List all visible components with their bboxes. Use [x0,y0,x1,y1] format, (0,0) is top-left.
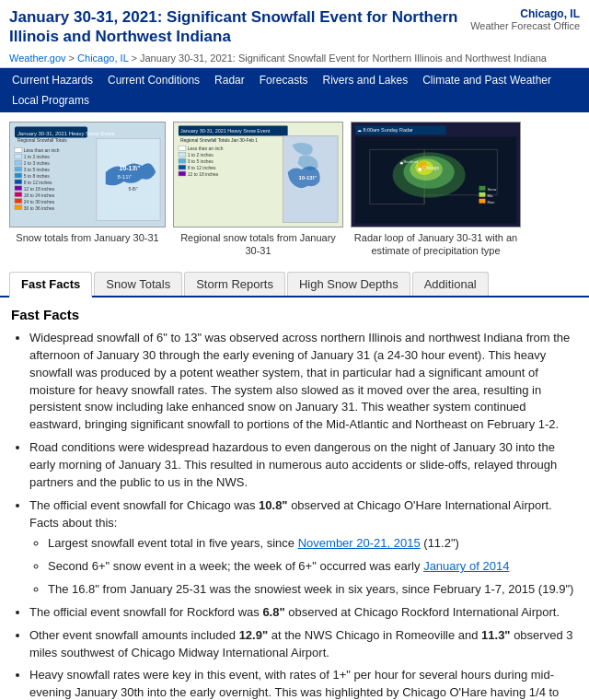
image-block-3: ☁ 8:00am Sunday Radar Chicago [351,122,521,258]
svg-text:8 to 12 inches: 8 to 12 inches [188,166,216,170]
breadcrumb-current: January 30-31, 2021: Significant Snowfal… [140,52,547,64]
svg-text:☁ 8:00am Sunday Radar: ☁ 8:00am Sunday Radar [357,127,413,133]
svg-rect-14 [15,179,22,183]
svg-rect-6 [15,154,22,158]
bullet-3-chicago: The official event snowfall for Chicago … [29,497,578,599]
svg-rect-32 [179,146,186,150]
nav-local-programs[interactable]: Local Programs [6,91,96,110]
svg-text:8 to 12 inches: 8 to 12 inches [24,180,52,184]
image-snow-totals-regional[interactable]: January 30-31, 2021 Heavy Snow Event Reg… [173,122,343,228]
svg-text:Regional Snowfall Totals Jan 3: Regional Snowfall Totals Jan 30-Feb 1 [180,138,258,143]
svg-rect-16 [15,185,22,190]
svg-text:8-11\": 8-11\" [118,173,133,179]
chicago-sub-2: Second 6+" snow event in a week; the wee… [48,558,578,576]
svg-rect-57 [479,185,485,190]
svg-rect-20 [15,198,22,203]
svg-rect-61 [479,198,485,203]
svg-text:12 to 18 inches: 12 to 18 inches [188,171,219,176]
tab-additional[interactable]: Additional [412,272,489,296]
svg-text:Rockford: Rockford [403,159,418,164]
nav-forecasts[interactable]: Forecasts [253,71,315,89]
wfo-label: Weather Forecast Office [470,20,580,31]
svg-text:Rain: Rain [487,199,494,204]
image-block-2: January 30-31, 2021 Heavy Snow Event Reg… [173,122,343,258]
svg-text:12 to 18 inches: 12 to 18 inches [24,186,55,191]
bullet-6-rates: Heavy snowfall rates were key in this ev… [29,667,578,700]
svg-rect-8 [15,160,22,165]
svg-text:10-13\": 10-13\" [120,165,141,171]
location-block: Chicago, IL Weather Forecast Office [470,7,580,31]
svg-rect-38 [179,165,186,169]
breadcrumb-home[interactable]: Weather.gov [9,52,66,64]
bullet-2: Road conditions were widespread hazardou… [29,439,578,492]
bullet-1: Widespread snowfall of 6" to 13" was obs… [29,330,578,434]
svg-text:January 30-31, 2021 Heavy Snow: January 30-31, 2021 Heavy Snow Event [180,128,271,134]
caption-2: Regional snow totals from January 30-31 [173,231,343,258]
svg-point-53 [418,168,422,171]
svg-rect-34 [179,152,186,157]
breadcrumb: Weather.gov > Chicago, IL > January 30-3… [0,51,589,68]
image-block-1: January 30-31, 2021 Heavy Snow Event Reg… [9,122,166,244]
svg-rect-4 [15,147,22,152]
svg-rect-22 [15,204,22,209]
breadcrumb-city[interactable]: Chicago, IL [77,52,128,64]
tab-high-snow-depths[interactable]: High Snow Depths [287,272,410,296]
link-jan2014[interactable]: January of 2014 [423,559,509,573]
nav-radar[interactable]: Radar [208,71,251,89]
svg-rect-40 [179,171,186,176]
svg-text:1 to 2 inches: 1 to 2 inches [24,155,51,159]
svg-text:Regional Snowfall Totals: Regional Snowfall Totals [17,138,67,143]
svg-text:18 to 24 inches: 18 to 24 inches [24,192,55,197]
navbar: Current Hazards Current Conditions Radar… [0,68,589,112]
svg-text:3 to 5 inches: 3 to 5 inches [24,168,51,172]
svg-text:1 to 2 inches: 1 to 2 inches [188,153,214,158]
nav-current-hazards[interactable]: Current Hazards [6,71,99,89]
tab-bar: Fast Facts Snow Totals Storm Reports Hig… [0,272,589,298]
bullet-4-rockford: The official event snowfall for Rockford… [29,604,578,622]
svg-rect-59 [479,192,485,196]
svg-text:5 to 8 inches: 5 to 8 inches [24,173,51,178]
page-title: January 30-31, 2021: Significant Snowfal… [9,7,470,47]
tab-snow-totals[interactable]: Snow Totals [94,272,182,296]
svg-text:January 30-31, 2021 Heavy Snow: January 30-31, 2021 Heavy Snow Event [17,130,115,135]
svg-text:Chicago: Chicago [422,166,439,170]
bullet-list: Widespread snowfall of 6" to 13" was obs… [29,330,578,700]
tab-storm-reports[interactable]: Storm Reports [184,272,285,296]
image-section: January 30-31, 2021 Heavy Snow Event Reg… [0,112,589,267]
svg-text:Snow: Snow [487,186,496,191]
bullet-5-other: Other event snowfall amounts included 12… [29,627,578,662]
nav-climate-past[interactable]: Climate and Past Weather [416,71,558,89]
svg-text:3 to 5 inches: 3 to 5 inches [188,159,214,164]
svg-text:Less than an inch: Less than an inch [188,146,224,151]
content-heading: Fast Facts [11,307,578,322]
svg-rect-10 [15,167,22,171]
chicago-sub-list: Largest snowfall event total in five yea… [48,535,578,599]
caption-3: Radar loop of January 30-31 with an esti… [351,231,521,258]
link-nov2015[interactable]: November 20-21, 2015 [298,536,421,550]
nav-current-conditions[interactable]: Current Conditions [101,71,206,89]
city-label: Chicago, IL [470,7,580,20]
svg-rect-12 [15,173,22,178]
svg-rect-36 [179,158,186,163]
svg-text:Less than an inch: Less than an inch [24,148,60,153]
caption-1: Snow totals from January 30-31 [16,231,158,244]
chicago-sub-3: The 16.8" from January 25-31 was the sno… [48,581,578,599]
image-snow-totals-local[interactable]: January 30-31, 2021 Heavy Snow Event Reg… [9,122,166,228]
title-block: January 30-31, 2021: Significant Snowfal… [9,7,470,47]
svg-text:5-8\": 5-8\" [128,186,138,191]
svg-text:24 to 30 inches: 24 to 30 inches [24,199,55,204]
nav-rivers-lakes[interactable]: Rivers and Lakes [316,71,414,89]
tab-fast-facts[interactable]: Fast Facts [9,272,92,298]
page-header: January 30-31, 2021: Significant Snowfal… [0,0,589,51]
svg-text:10-13\": 10-13\" [299,174,318,180]
image-radar[interactable]: ☁ 8:00am Sunday Radar Chicago [351,122,521,228]
chicago-sub-1: Largest snowfall event total in five yea… [48,535,578,553]
svg-text:30 to 36 inches: 30 to 36 inches [24,205,55,210]
content-area: Fast Facts Widespread snowfall of 6" to … [0,298,589,700]
svg-rect-18 [15,192,22,196]
svg-text:2 to 3 inches: 2 to 3 inches [24,161,51,166]
svg-text:Mix: Mix [487,192,492,197]
